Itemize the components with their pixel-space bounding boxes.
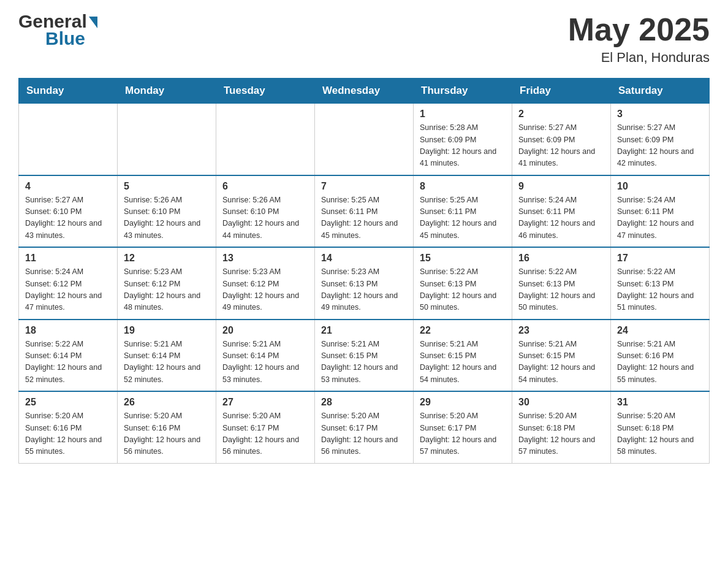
day-number: 28	[321, 397, 407, 408]
header-tuesday: Tuesday	[216, 79, 315, 104]
table-row	[216, 104, 315, 175]
day-number: 25	[25, 397, 111, 408]
page-header: General Blue May 2025 El Plan, Honduras	[18, 12, 710, 66]
table-row: 11Sunrise: 5:24 AM Sunset: 6:12 PM Dayli…	[19, 247, 118, 320]
day-info: Sunrise: 5:21 AM Sunset: 6:15 PM Dayligh…	[321, 339, 407, 386]
table-row: 14Sunrise: 5:23 AM Sunset: 6:13 PM Dayli…	[315, 247, 414, 320]
day-info: Sunrise: 5:23 AM Sunset: 6:13 PM Dayligh…	[321, 266, 407, 314]
day-number: 24	[617, 325, 703, 336]
day-info: Sunrise: 5:23 AM Sunset: 6:12 PM Dayligh…	[124, 266, 210, 314]
table-row: 28Sunrise: 5:20 AM Sunset: 6:17 PM Dayli…	[315, 391, 414, 463]
table-row: 1Sunrise: 5:28 AM Sunset: 6:09 PM Daylig…	[414, 104, 512, 175]
day-number: 13	[222, 253, 308, 264]
day-info: Sunrise: 5:26 AM Sunset: 6:10 PM Dayligh…	[124, 194, 210, 242]
day-info: Sunrise: 5:20 AM Sunset: 6:16 PM Dayligh…	[25, 410, 111, 458]
day-info: Sunrise: 5:27 AM Sunset: 6:09 PM Dayligh…	[518, 122, 604, 170]
table-row: 4Sunrise: 5:27 AM Sunset: 6:10 PM Daylig…	[19, 175, 118, 248]
table-row: 13Sunrise: 5:23 AM Sunset: 6:12 PM Dayli…	[216, 247, 315, 320]
day-number: 23	[518, 325, 604, 336]
day-number: 2	[518, 109, 604, 120]
day-number: 4	[25, 181, 111, 192]
header-sunday: Sunday	[19, 79, 118, 104]
day-info: Sunrise: 5:24 AM Sunset: 6:12 PM Dayligh…	[25, 266, 111, 314]
day-info: Sunrise: 5:24 AM Sunset: 6:11 PM Dayligh…	[518, 194, 604, 242]
day-number: 8	[420, 181, 506, 192]
day-info: Sunrise: 5:20 AM Sunset: 6:17 PM Dayligh…	[321, 410, 407, 458]
day-number: 19	[124, 325, 210, 336]
calendar-week-row: 11Sunrise: 5:24 AM Sunset: 6:12 PM Dayli…	[19, 247, 710, 320]
table-row: 9Sunrise: 5:24 AM Sunset: 6:11 PM Daylig…	[512, 175, 611, 248]
header-saturday: Saturday	[611, 79, 710, 104]
table-row: 29Sunrise: 5:20 AM Sunset: 6:17 PM Dayli…	[414, 391, 512, 463]
table-row: 12Sunrise: 5:23 AM Sunset: 6:12 PM Dayli…	[118, 247, 216, 320]
day-number: 31	[617, 397, 703, 408]
day-info: Sunrise: 5:22 AM Sunset: 6:13 PM Dayligh…	[420, 266, 506, 314]
day-number: 16	[518, 253, 604, 264]
day-number: 20	[222, 325, 308, 336]
calendar-week-row: 1Sunrise: 5:28 AM Sunset: 6:09 PM Daylig…	[19, 104, 710, 175]
day-number: 21	[321, 325, 407, 336]
day-info: Sunrise: 5:23 AM Sunset: 6:12 PM Dayligh…	[222, 266, 308, 314]
day-number: 5	[124, 181, 210, 192]
day-number: 30	[518, 397, 604, 408]
day-number: 15	[420, 253, 506, 264]
calendar-header-row: Sunday Monday Tuesday Wednesday Thursday…	[19, 79, 710, 104]
table-row	[118, 104, 216, 175]
day-number: 12	[124, 253, 210, 264]
table-row: 21Sunrise: 5:21 AM Sunset: 6:15 PM Dayli…	[315, 320, 414, 392]
day-number: 26	[124, 397, 210, 408]
table-row: 16Sunrise: 5:22 AM Sunset: 6:13 PM Dayli…	[512, 247, 611, 320]
calendar-table: Sunday Monday Tuesday Wednesday Thursday…	[18, 78, 710, 464]
day-number: 14	[321, 253, 407, 264]
table-row	[315, 104, 414, 175]
table-row: 15Sunrise: 5:22 AM Sunset: 6:13 PM Dayli…	[414, 247, 512, 320]
table-row: 17Sunrise: 5:22 AM Sunset: 6:13 PM Dayli…	[611, 247, 710, 320]
day-info: Sunrise: 5:20 AM Sunset: 6:18 PM Dayligh…	[617, 410, 703, 458]
table-row: 10Sunrise: 5:24 AM Sunset: 6:11 PM Dayli…	[611, 175, 710, 248]
day-info: Sunrise: 5:21 AM Sunset: 6:15 PM Dayligh…	[518, 339, 604, 386]
header-thursday: Thursday	[414, 79, 512, 104]
day-info: Sunrise: 5:25 AM Sunset: 6:11 PM Dayligh…	[420, 194, 506, 242]
day-info: Sunrise: 5:27 AM Sunset: 6:09 PM Dayligh…	[617, 122, 703, 170]
table-row: 2Sunrise: 5:27 AM Sunset: 6:09 PM Daylig…	[512, 104, 611, 175]
table-row: 30Sunrise: 5:20 AM Sunset: 6:18 PM Dayli…	[512, 391, 611, 463]
table-row: 5Sunrise: 5:26 AM Sunset: 6:10 PM Daylig…	[118, 175, 216, 248]
header-wednesday: Wednesday	[315, 79, 414, 104]
location-subtitle: El Plan, Honduras	[568, 50, 710, 66]
day-number: 3	[617, 109, 703, 120]
day-number: 27	[222, 397, 308, 408]
header-friday: Friday	[512, 79, 611, 104]
table-row: 20Sunrise: 5:21 AM Sunset: 6:14 PM Dayli…	[216, 320, 315, 392]
table-row: 27Sunrise: 5:20 AM Sunset: 6:17 PM Dayli…	[216, 391, 315, 463]
table-row: 25Sunrise: 5:20 AM Sunset: 6:16 PM Dayli…	[19, 391, 118, 463]
day-info: Sunrise: 5:22 AM Sunset: 6:13 PM Dayligh…	[617, 266, 703, 314]
table-row: 6Sunrise: 5:26 AM Sunset: 6:10 PM Daylig…	[216, 175, 315, 248]
day-info: Sunrise: 5:20 AM Sunset: 6:17 PM Dayligh…	[420, 410, 506, 458]
table-row: 26Sunrise: 5:20 AM Sunset: 6:16 PM Dayli…	[118, 391, 216, 463]
day-info: Sunrise: 5:21 AM Sunset: 6:14 PM Dayligh…	[222, 339, 308, 386]
day-number: 29	[420, 397, 506, 408]
table-row: 31Sunrise: 5:20 AM Sunset: 6:18 PM Dayli…	[611, 391, 710, 463]
logo: General Blue	[18, 12, 97, 49]
day-number: 1	[420, 109, 506, 120]
month-year-title: May 2025	[568, 12, 710, 47]
day-info: Sunrise: 5:21 AM Sunset: 6:15 PM Dayligh…	[420, 339, 506, 386]
table-row: 23Sunrise: 5:21 AM Sunset: 6:15 PM Dayli…	[512, 320, 611, 392]
table-row: 19Sunrise: 5:21 AM Sunset: 6:14 PM Dayli…	[118, 320, 216, 392]
calendar-week-row: 4Sunrise: 5:27 AM Sunset: 6:10 PM Daylig…	[19, 175, 710, 248]
day-number: 11	[25, 253, 111, 264]
header-monday: Monday	[118, 79, 216, 104]
day-info: Sunrise: 5:21 AM Sunset: 6:14 PM Dayligh…	[124, 339, 210, 386]
title-section: May 2025 El Plan, Honduras	[568, 12, 710, 66]
day-info: Sunrise: 5:21 AM Sunset: 6:16 PM Dayligh…	[617, 339, 703, 386]
day-number: 17	[617, 253, 703, 264]
day-number: 22	[420, 325, 506, 336]
logo-arrow-icon	[89, 17, 97, 28]
table-row: 8Sunrise: 5:25 AM Sunset: 6:11 PM Daylig…	[414, 175, 512, 248]
table-row: 22Sunrise: 5:21 AM Sunset: 6:15 PM Dayli…	[414, 320, 512, 392]
calendar-week-row: 18Sunrise: 5:22 AM Sunset: 6:14 PM Dayli…	[19, 320, 710, 392]
day-number: 10	[617, 181, 703, 192]
day-info: Sunrise: 5:28 AM Sunset: 6:09 PM Dayligh…	[420, 122, 506, 170]
day-info: Sunrise: 5:22 AM Sunset: 6:13 PM Dayligh…	[518, 266, 604, 314]
table-row: 18Sunrise: 5:22 AM Sunset: 6:14 PM Dayli…	[19, 320, 118, 392]
